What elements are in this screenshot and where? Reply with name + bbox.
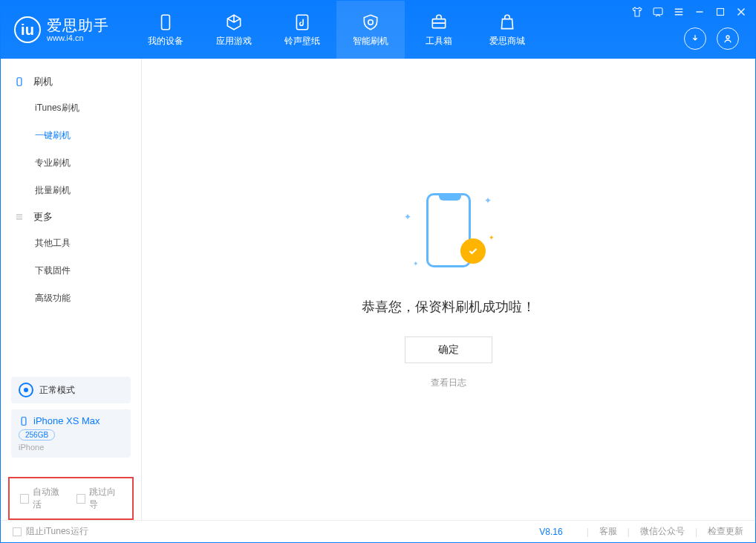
svg-rect-4 <box>717 9 724 16</box>
device-name: iPhone XS Max <box>33 415 100 426</box>
success-message: 恭喜您，保资料刷机成功啦！ <box>362 298 535 316</box>
view-log-link[interactable]: 查看日志 <box>431 377 466 389</box>
nav-tab-device[interactable]: 我的设备 <box>131 1 200 59</box>
nav-tab-label: 工具箱 <box>426 35 452 48</box>
app-name-cn: 爱思助手 <box>47 17 109 33</box>
confirm-button[interactable]: 确定 <box>405 336 492 363</box>
nav-tab-flash[interactable]: 智能刷机 <box>336 1 405 59</box>
sparkle-icon: ✦ <box>404 212 411 222</box>
nav-tab-ringtones[interactable]: 铃声壁纸 <box>268 1 336 59</box>
sidebar-item-download-firmware[interactable]: 下载固件 <box>1 257 141 284</box>
svg-rect-3 <box>654 8 662 15</box>
device-type: iPhone <box>19 443 123 452</box>
nav-tab-apps[interactable]: 应用游戏 <box>200 1 268 59</box>
sidebar-section-more: 更多 <box>1 204 141 230</box>
checkbox-icon <box>76 494 85 504</box>
nav-tab-store[interactable]: 爱思商城 <box>473 1 541 59</box>
success-illustration: ✦ ✦ ✦ ✦ <box>404 189 493 279</box>
close-icon[interactable] <box>734 5 748 19</box>
sidebar-item-itunes-flash[interactable]: iTunes刷机 <box>1 94 141 122</box>
sidebar: 刷机 iTunes刷机 一键刷机 专业刷机 批量刷机 更多 其他工具 下载固件 … <box>1 59 142 520</box>
nav-tab-label: 我的设备 <box>148 35 183 48</box>
svg-rect-6 <box>17 78 22 86</box>
nav-tab-label: 爱思商城 <box>489 35 525 48</box>
nav-tab-label: 智能刷机 <box>353 35 388 48</box>
checkbox-label: 阻止iTunes运行 <box>26 525 88 538</box>
nav-tab-tools[interactable]: 工具箱 <box>405 1 473 59</box>
refresh-shield-icon <box>361 13 380 32</box>
device-capacity: 256GB <box>19 429 55 440</box>
sidebar-item-advanced[interactable]: 高级功能 <box>1 284 141 312</box>
section-label: 刷机 <box>33 75 53 88</box>
phone-icon <box>156 13 175 32</box>
bag-icon <box>498 13 517 32</box>
checkbox-icon <box>13 527 22 536</box>
sparkle-icon: ✦ <box>489 234 495 241</box>
user-button[interactable] <box>717 27 739 50</box>
app-name-en: www.i4.cn <box>47 33 109 42</box>
version-label: V8.16 <box>539 527 562 537</box>
minimize-icon[interactable] <box>693 5 706 19</box>
maximize-icon[interactable] <box>714 5 727 19</box>
check-update-link[interactable]: 检查更新 <box>708 525 743 538</box>
skip-guide-checkbox[interactable]: 跳过向导 <box>76 486 123 511</box>
statusbar: 阻止iTunes运行 V8.16 | 客服 | 微信公众号 | 检查更新 <box>1 520 755 542</box>
sparkle-icon: ✦ <box>484 195 492 206</box>
device-mode-box[interactable]: 正常模式 <box>11 377 131 403</box>
menu-icon[interactable] <box>672 5 685 19</box>
customer-service-link[interactable]: 客服 <box>599 525 617 538</box>
svg-rect-7 <box>22 417 26 425</box>
main-content: ✦ ✦ ✦ ✦ 恭喜您，保资料刷机成功啦！ 确定 查看日志 <box>142 59 755 520</box>
tshirt-icon[interactable] <box>630 5 644 19</box>
sparkle-icon: ✦ <box>413 260 419 267</box>
mode-icon <box>19 383 33 397</box>
feedback-icon[interactable] <box>651 5 665 19</box>
checkbox-label: 跳过向导 <box>89 486 122 511</box>
section-label: 更多 <box>33 210 53 224</box>
music-file-icon <box>293 13 312 32</box>
checkbox-row-highlighted: 自动激活 跳过向导 <box>8 477 134 520</box>
sidebar-item-pro-flash[interactable]: 专业刷机 <box>1 149 141 177</box>
app-logo: iu 爱思助手 www.i4.cn <box>14 16 109 43</box>
checkbox-icon <box>20 494 29 504</box>
block-itunes-checkbox[interactable]: 阻止iTunes运行 <box>13 525 88 538</box>
checkbox-label: 自动激活 <box>33 486 65 511</box>
sidebar-item-onekey-flash[interactable]: 一键刷机 <box>1 122 141 149</box>
mode-label: 正常模式 <box>39 384 75 397</box>
toolbox-icon <box>429 13 449 32</box>
nav-tab-label: 应用游戏 <box>216 35 252 48</box>
success-check-badge-icon <box>460 238 486 264</box>
nav-tabs: 我的设备 应用游戏 铃声壁纸 智能刷机 工具箱 爱思商城 <box>131 1 541 59</box>
download-button[interactable] <box>684 27 706 50</box>
sidebar-item-batch-flash[interactable]: 批量刷机 <box>1 177 141 204</box>
flash-section-icon <box>14 77 26 87</box>
more-section-icon <box>14 212 26 222</box>
svg-rect-1 <box>296 15 307 30</box>
logo-icon: iu <box>14 16 41 43</box>
device-info-box[interactable]: iPhone XS Max 256GB iPhone <box>11 409 131 458</box>
auto-activate-checkbox[interactable]: 自动激活 <box>20 486 66 511</box>
device-icon <box>19 416 29 426</box>
cube-icon <box>224 13 244 32</box>
svg-rect-0 <box>162 15 170 30</box>
svg-point-5 <box>726 36 729 39</box>
sidebar-item-other-tools[interactable]: 其他工具 <box>1 230 141 257</box>
nav-tab-label: 铃声壁纸 <box>284 35 320 48</box>
wechat-link[interactable]: 微信公众号 <box>640 525 685 538</box>
sidebar-section-flash: 刷机 <box>1 69 141 94</box>
